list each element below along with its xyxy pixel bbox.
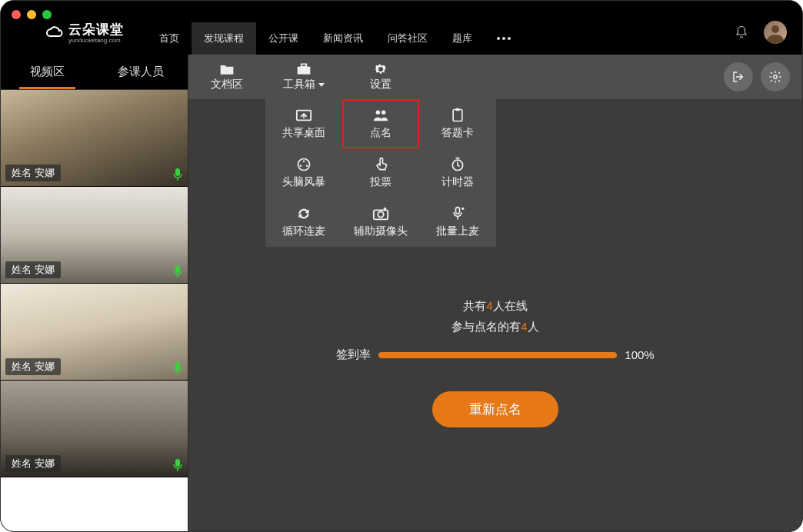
mic-icon[interactable]	[172, 264, 183, 278]
traffic-lights	[12, 10, 52, 19]
main-area: 文档区 工具箱 设置	[188, 55, 802, 531]
dd-answer-card[interactable]: 答题卡	[419, 99, 496, 148]
tool-settings-label: 设置	[370, 78, 392, 91]
body: 视频区 参课人员 姓名 安娜 姓名 安娜 姓名 安娜	[1, 55, 802, 531]
video-tile[interactable]: 姓名 安娜	[1, 381, 188, 477]
topbar: 云朵课堂 yunduoketang.com 首页 发现课程 公开课 新闻资讯 问…	[1, 1, 802, 55]
video-blank	[1, 477, 188, 531]
tool-toolbox-label: 工具箱	[283, 78, 315, 90]
cloud-icon	[44, 24, 64, 41]
svg-rect-5	[302, 64, 307, 66]
dd-aux-camera[interactable]: 辅助摄像头	[342, 198, 419, 247]
svg-point-13	[303, 161, 305, 163]
video-name-overlay: 姓名 安娜	[5, 165, 61, 181]
dd-timer[interactable]: 计时器	[419, 148, 496, 198]
tool-toolbox[interactable]: 工具箱	[265, 55, 342, 99]
topbar-right	[735, 21, 787, 44]
dd-brainstorm[interactable]: 头脑风暴	[265, 148, 342, 198]
mic-plus-icon	[449, 206, 466, 221]
tool-docs[interactable]: 文档区	[188, 55, 265, 99]
main-toolbar: 文档区 工具箱 设置	[188, 55, 802, 99]
dd-roll-call[interactable]: 点名	[342, 99, 419, 148]
folder-icon	[219, 62, 235, 76]
video-tile[interactable]: 姓名 安娜	[1, 187, 188, 284]
svg-rect-1	[175, 265, 180, 273]
dd-label: 计时器	[441, 175, 474, 189]
nav-question-bank[interactable]: 题库	[440, 22, 485, 55]
svg-point-14	[300, 165, 302, 167]
avatar[interactable]	[764, 21, 787, 44]
svg-rect-20	[456, 208, 460, 214]
chevron-down-icon	[318, 83, 325, 87]
logo[interactable]: 云朵课堂 yunduoketang.com	[44, 21, 124, 44]
app-window: 云朵课堂 yunduoketang.com 首页 发现课程 公开课 新闻资讯 问…	[0, 0, 803, 532]
toolbar-right	[724, 55, 802, 99]
touch-icon	[372, 157, 389, 172]
bell-icon[interactable]	[735, 25, 748, 39]
video-tile[interactable]: 姓名 安娜	[1, 284, 188, 381]
close-window-icon[interactable]	[12, 10, 21, 19]
dd-label: 投票	[370, 175, 392, 189]
dd-label: 循环连麦	[282, 224, 325, 238]
logo-text: 云朵课堂	[68, 21, 124, 38]
tool-docs-label: 文档区	[211, 78, 243, 91]
exit-button[interactable]	[724, 62, 753, 91]
minimize-window-icon[interactable]	[27, 10, 36, 19]
dd-vote[interactable]: 投票	[342, 148, 419, 198]
dd-cycle-mic[interactable]: 循环连麦	[265, 198, 342, 247]
rate-label: 签到率	[336, 347, 371, 362]
exit-icon	[731, 70, 745, 84]
tool-settings[interactable]: 设置	[342, 55, 419, 99]
sidebar-tabs: 视频区 参课人员	[1, 55, 188, 90]
svg-point-19	[384, 208, 387, 211]
nav-news[interactable]: 新闻资讯	[311, 22, 375, 55]
nav-home[interactable]: 首页	[147, 22, 192, 55]
sidebar: 视频区 参课人员 姓名 安娜 姓名 安娜 姓名 安娜	[1, 55, 188, 531]
dd-batch-mic[interactable]: 批量上麦	[419, 198, 496, 247]
mic-icon[interactable]	[172, 361, 183, 375]
mic-icon[interactable]	[172, 458, 183, 472]
maximize-window-icon[interactable]	[42, 10, 52, 19]
rate-percent: 100%	[625, 348, 654, 361]
logo-sub: yunduoketang.com	[68, 37, 124, 44]
reroll-button[interactable]: 重新点名	[432, 391, 558, 427]
toolbox-dropdown: 共享桌面 点名 答题卡 头脑风暴 投票	[265, 99, 496, 247]
reel-icon	[295, 157, 312, 172]
svg-rect-11	[456, 108, 460, 111]
video-name-overlay: 姓名 安娜	[5, 261, 61, 278]
nav-qa-community[interactable]: 问答社区	[375, 22, 440, 55]
dd-label: 答题卡	[441, 126, 474, 140]
people-icon	[372, 108, 389, 123]
dd-label: 头脑风暴	[282, 175, 325, 189]
progress-fill	[378, 352, 617, 358]
progress-row: 签到率 100%	[336, 347, 654, 362]
camera-icon	[372, 206, 389, 221]
svg-point-18	[378, 211, 383, 217]
nav-public-class[interactable]: 公开课	[256, 22, 311, 55]
nav-more[interactable]	[485, 22, 523, 55]
dd-label: 辅助摄像头	[354, 224, 408, 238]
svg-rect-10	[453, 110, 462, 121]
video-tile[interactable]: 姓名 安娜	[1, 90, 188, 187]
dd-label: 共享桌面	[282, 126, 325, 140]
settings-button[interactable]	[761, 62, 790, 91]
stats-text: 共有4人在线 参与点名的有4人	[451, 295, 538, 337]
briefcase-icon	[296, 62, 312, 76]
svg-point-8	[376, 111, 381, 115]
mic-icon[interactable]	[172, 168, 183, 181]
dd-share-desktop[interactable]: 共享桌面	[265, 99, 342, 148]
svg-rect-4	[298, 67, 311, 75]
video-name-overlay: 姓名 安娜	[5, 358, 61, 375]
tab-video-area[interactable]: 视频区	[1, 55, 95, 89]
tab-participants[interactable]: 参课人员	[95, 55, 188, 89]
dd-label: 点名	[370, 126, 392, 140]
svg-point-15	[306, 165, 308, 167]
svg-rect-0	[175, 168, 180, 176]
card-icon	[449, 108, 466, 123]
share-icon	[295, 108, 312, 123]
video-list: 姓名 安娜 姓名 安娜 姓名 安娜 姓名 安娜	[1, 90, 188, 531]
svg-point-6	[774, 75, 778, 79]
timer-icon	[449, 157, 466, 172]
nav-discover-courses[interactable]: 发现课程	[192, 22, 256, 55]
svg-point-9	[382, 111, 386, 115]
